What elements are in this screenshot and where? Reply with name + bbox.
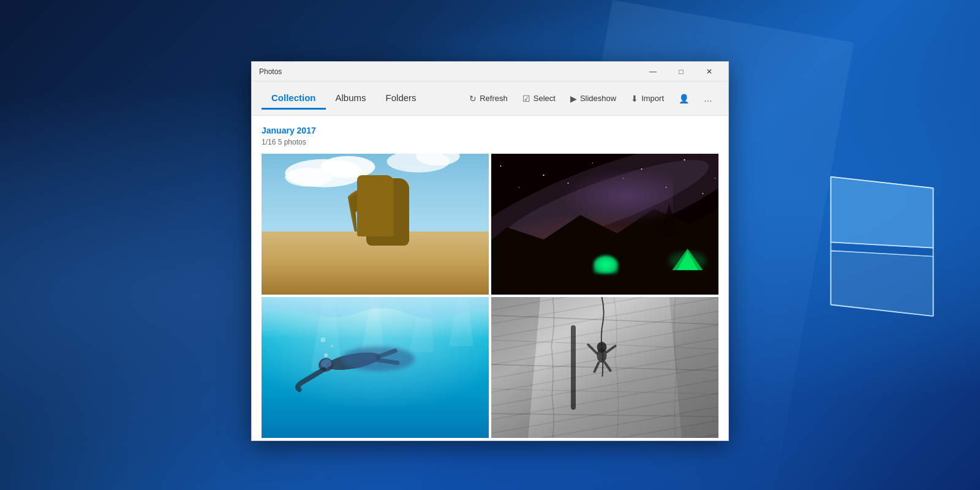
select-label: Select	[533, 94, 556, 103]
svg-line-21	[317, 252, 320, 261]
photo-grid	[262, 154, 718, 438]
photo-cliff[interactable]	[491, 297, 718, 438]
svg-rect-51	[491, 297, 718, 438]
desktop: Photos — □ ✕ Collection Albums Folders ↻…	[0, 0, 980, 490]
select-button[interactable]: ☑ Select	[516, 88, 562, 110]
slideshow-icon: ▶	[570, 94, 577, 104]
section-title: January 2017	[262, 126, 718, 135]
svg-marker-0	[831, 177, 933, 248]
svg-point-28	[543, 175, 544, 176]
app-window: Photos — □ ✕ Collection Albums Folders ↻…	[251, 61, 729, 441]
svg-line-19	[317, 246, 322, 252]
close-button[interactable]: ✕	[695, 62, 723, 81]
svg-rect-15	[262, 263, 489, 295]
window-title: Photos	[257, 67, 639, 76]
photo-night-image	[491, 154, 718, 295]
svg-line-60	[607, 346, 616, 352]
refresh-label: Refresh	[480, 94, 508, 103]
svg-rect-14	[262, 236, 489, 275]
svg-point-33	[519, 187, 520, 188]
select-icon: ☑	[522, 94, 530, 104]
nav-actions: ↻ Refresh ☑ Select ▶ Slideshow ⬇ Import …	[463, 88, 718, 110]
more-button[interactable]: …	[698, 88, 718, 110]
svg-point-38	[623, 178, 624, 179]
nav-tabs: Collection Albums Folders	[262, 88, 463, 110]
svg-point-31	[684, 159, 685, 160]
title-bar: Photos — □ ✕	[252, 62, 728, 81]
photo-night[interactable]	[491, 154, 718, 295]
svg-point-58	[597, 342, 606, 353]
svg-line-59	[588, 345, 597, 353]
photo-cliff-image	[491, 297, 718, 438]
svg-line-18	[310, 246, 316, 251]
svg-line-54	[491, 364, 718, 371]
svg-point-34	[568, 183, 569, 184]
svg-line-55	[491, 389, 718, 394]
tab-albums[interactable]: Albums	[326, 88, 376, 110]
svg-line-61	[594, 363, 598, 372]
content-area: January 2017 1/16 5 photos	[252, 116, 728, 440]
tab-collection[interactable]: Collection	[262, 88, 326, 110]
slideshow-button[interactable]: ▶ Slideshow	[564, 88, 622, 110]
svg-point-11	[285, 168, 332, 187]
svg-line-52	[491, 315, 718, 325]
account-button[interactable]: 👤	[673, 88, 695, 110]
svg-line-20	[312, 252, 316, 262]
nav-bar: Collection Albums Folders ↻ Refresh ☑ Se…	[252, 81, 728, 116]
svg-point-32	[715, 178, 716, 179]
import-button[interactable]: ⬇ Import	[625, 88, 670, 110]
svg-line-62	[605, 363, 611, 371]
svg-point-35	[666, 187, 667, 188]
tab-folders[interactable]: Folders	[376, 88, 426, 110]
svg-point-49	[331, 345, 333, 347]
photo-beach-image	[262, 154, 489, 295]
svg-point-30	[641, 168, 643, 170]
svg-point-37	[703, 193, 704, 194]
svg-line-53	[491, 340, 718, 349]
section-meta: 1/16 5 photos	[262, 138, 718, 146]
refresh-icon: ↻	[469, 94, 477, 104]
import-icon: ⬇	[631, 94, 638, 104]
slideshow-label: Slideshow	[580, 94, 616, 103]
svg-point-22	[312, 271, 321, 276]
svg-point-16	[313, 236, 319, 243]
svg-rect-44	[262, 297, 489, 438]
title-bar-controls: — □ ✕	[639, 62, 723, 81]
svg-point-27	[500, 165, 502, 167]
photo-underwater-image	[262, 297, 489, 438]
windows-logo	[809, 165, 956, 325]
account-icon: 👤	[679, 94, 689, 104]
import-label: Import	[641, 94, 664, 103]
maximize-button[interactable]: □	[667, 62, 695, 81]
svg-line-56	[491, 413, 718, 417]
svg-point-57	[597, 348, 606, 363]
photo-beach[interactable]	[262, 154, 489, 295]
svg-point-50	[320, 337, 325, 342]
more-icon: …	[704, 94, 712, 104]
photo-underwater[interactable]	[262, 297, 489, 438]
refresh-button[interactable]: ↻ Refresh	[463, 88, 514, 110]
minimize-button[interactable]: —	[639, 62, 667, 81]
svg-point-48	[324, 353, 328, 357]
svg-point-29	[592, 162, 594, 164]
